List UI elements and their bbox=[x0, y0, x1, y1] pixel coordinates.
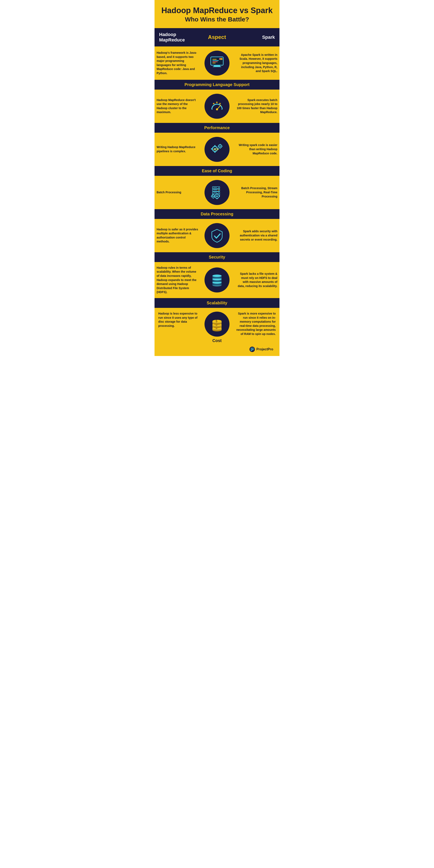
svg-text:★: ★ bbox=[212, 102, 215, 105]
hadoop-security-text: Hadoop is safer as it provides multiple … bbox=[157, 227, 200, 244]
svg-text:★: ★ bbox=[219, 102, 221, 105]
hadoop-data-processing-text: Batch Processing bbox=[157, 190, 200, 194]
svg-rect-4 bbox=[212, 59, 217, 60]
svg-rect-43 bbox=[216, 193, 217, 194]
svg-rect-44 bbox=[216, 198, 217, 199]
spark-column-header: Spark bbox=[231, 35, 277, 40]
spark-scalability-text: Spark lacks a file system & must rely on… bbox=[234, 272, 277, 288]
svg-rect-7 bbox=[212, 63, 216, 63]
main-title: Hadoop MapReduce vs Spark bbox=[159, 6, 275, 15]
data-processing-label: Data Processing bbox=[155, 209, 279, 219]
svg-rect-80 bbox=[252, 348, 253, 349]
row-programming-language: Hadoop's framework is Java-based, and it… bbox=[155, 46, 279, 90]
svg-rect-28 bbox=[220, 144, 221, 145]
performance-icon-container: ★ ★ ★ bbox=[200, 94, 234, 119]
row-scalability: Hadoop rules in terms of scalability. Wh… bbox=[155, 262, 279, 308]
aspect-column-header: Aspect bbox=[203, 34, 231, 40]
spark-data-processing-text: Batch Processing, Stream Processing, Rea… bbox=[234, 186, 277, 198]
data-processing-icon bbox=[205, 180, 229, 205]
svg-point-27 bbox=[219, 146, 221, 147]
row-security: Hadoop is safer as it provides multiple … bbox=[155, 219, 279, 262]
ease-coding-label: Ease of Coding bbox=[155, 166, 279, 176]
svg-rect-39 bbox=[213, 190, 217, 190]
svg-rect-52 bbox=[215, 196, 216, 197]
svg-point-42 bbox=[216, 195, 218, 197]
footer-cost: Hadoop is less expensive to run since it… bbox=[155, 308, 279, 356]
svg-rect-31 bbox=[221, 146, 222, 147]
programming-language-icon-container bbox=[200, 51, 234, 75]
hadoop-ease-coding-text: Writing Hadoop MapReduce pipelines is co… bbox=[157, 145, 200, 153]
svg-rect-29 bbox=[220, 148, 221, 149]
scalability-icon-container bbox=[200, 268, 234, 292]
svg-rect-30 bbox=[218, 146, 219, 147]
hadoop-cost-text: Hadoop is less expensive to run since it… bbox=[158, 312, 200, 328]
header: Hadoop MapReduce vs Spark Who Wins the B… bbox=[155, 0, 279, 28]
svg-rect-6 bbox=[212, 61, 218, 62]
programming-language-icon bbox=[205, 51, 229, 75]
svg-rect-19 bbox=[214, 145, 216, 147]
spark-programming-language-text: Apache Spark is written in Scala. Howeve… bbox=[234, 53, 277, 73]
cost-label: Cost bbox=[158, 337, 276, 345]
svg-rect-50 bbox=[213, 198, 214, 198]
hadoop-programming-language-text: Hadoop's framework is Java-based, and it… bbox=[157, 51, 200, 75]
svg-point-11 bbox=[216, 108, 218, 111]
spark-cost-text: Spark is more expensive to run since it … bbox=[234, 312, 276, 336]
hadoop-performance-text: Hadoop MapReduce doesn't use the memory … bbox=[157, 98, 200, 114]
row-ease-coding: Writing Hadoop MapReduce pipelines is co… bbox=[155, 133, 279, 176]
svg-point-9 bbox=[221, 58, 223, 60]
spark-ease-coding-text: Writing spark code is easier than writin… bbox=[234, 143, 277, 155]
svg-point-36 bbox=[218, 190, 219, 191]
svg-rect-49 bbox=[213, 194, 214, 195]
column-headers: HadoopMapReduce Aspect Spark bbox=[155, 28, 279, 46]
security-icon-container bbox=[200, 223, 234, 248]
cost-icon-container: $ $ $ bbox=[200, 312, 234, 337]
scalability-icon bbox=[205, 268, 229, 292]
data-processing-icon-container bbox=[200, 180, 234, 205]
main-subtitle: Who Wins the Battle? bbox=[159, 16, 275, 23]
row-data-processing: Batch Processing bbox=[155, 176, 279, 219]
performance-icon: ★ ★ ★ bbox=[205, 94, 229, 119]
svg-rect-20 bbox=[214, 151, 216, 153]
svg-rect-51 bbox=[211, 196, 212, 197]
svg-rect-5 bbox=[212, 60, 219, 61]
projectpro-branding: ProjectPro bbox=[158, 345, 276, 353]
svg-point-37 bbox=[218, 192, 219, 193]
svg-rect-40 bbox=[213, 192, 217, 193]
svg-point-48 bbox=[213, 195, 214, 197]
projectpro-logo-icon bbox=[249, 346, 255, 352]
performance-label: Performance bbox=[155, 123, 279, 133]
spark-performance-text: Spark executes batch processing jobs nea… bbox=[234, 98, 277, 114]
security-label: Security bbox=[155, 252, 279, 262]
security-icon bbox=[205, 223, 229, 248]
svg-text:</>: </> bbox=[213, 147, 219, 151]
svg-text:★: ★ bbox=[216, 101, 218, 104]
row-performance: Hadoop MapReduce doesn't use the memory … bbox=[155, 90, 279, 133]
ease-coding-icon-container: </> bbox=[200, 137, 234, 162]
svg-rect-1 bbox=[214, 65, 220, 66]
scalability-label: Scalability bbox=[155, 298, 279, 308]
hadoop-scalability-text: Hadoop rules in terms of scalability. Wh… bbox=[157, 266, 200, 294]
ease-coding-icon: </> bbox=[205, 137, 229, 162]
svg-text:$: $ bbox=[216, 319, 217, 323]
hadoop-column-header: HadoopMapReduce bbox=[157, 32, 203, 43]
cost-icon: $ $ $ bbox=[205, 312, 229, 337]
svg-point-35 bbox=[218, 187, 219, 188]
svg-rect-2 bbox=[213, 66, 221, 67]
svg-point-63 bbox=[212, 275, 222, 277]
projectpro-label: ProjectPro bbox=[256, 347, 273, 351]
svg-rect-38 bbox=[213, 187, 217, 188]
spark-security-text: Spark adds security with authentication … bbox=[234, 229, 277, 242]
programming-language-label: Programming Language Support bbox=[155, 80, 279, 90]
